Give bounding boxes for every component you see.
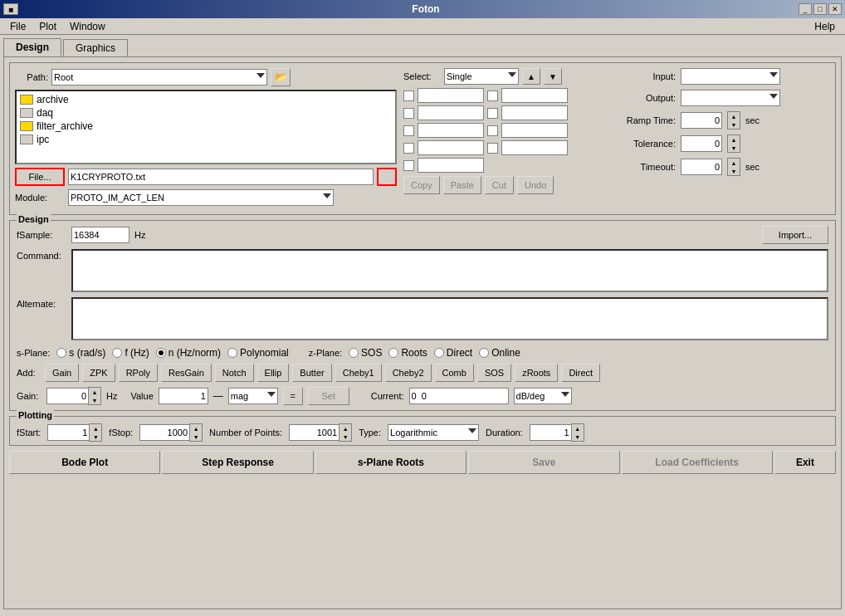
channel-input-3-1[interactable]	[418, 123, 484, 138]
filename-input[interactable]: K1CRYPROTO.txt	[68, 169, 374, 185]
module-select[interactable]: PROTO_IM_ACT_LEN	[68, 189, 334, 206]
channel-check-1-1[interactable]	[403, 90, 414, 101]
list-item[interactable]: filter_archive	[18, 120, 393, 133]
ramp-spinner[interactable]: ▲ ▼	[727, 111, 740, 130]
channel-check-2-2[interactable]	[487, 108, 498, 119]
add-zroots-button[interactable]: zRoots	[515, 364, 558, 382]
menu-window[interactable]: Window	[63, 19, 112, 34]
paste-button[interactable]: Paste	[443, 176, 481, 194]
fstart-spinner[interactable]: ▲ ▼	[89, 423, 102, 442]
file-button[interactable]: File...	[15, 168, 65, 186]
mag-select[interactable]: mag dB deg	[228, 388, 278, 404]
ramp-up-arrow[interactable]: ▲	[728, 112, 740, 120]
menu-help[interactable]: Help	[808, 19, 842, 34]
maximize-button[interactable]: □	[813, 3, 827, 15]
gain-spinner[interactable]: ▲ ▼	[88, 387, 101, 405]
add-cheby2-button[interactable]: Cheby2	[385, 364, 432, 382]
gain-down-arrow[interactable]: ▼	[89, 396, 100, 404]
channel-input-5-1[interactable]	[418, 158, 484, 173]
channel-check-3-1[interactable]	[403, 125, 414, 136]
fstop-input[interactable]: 1000	[139, 424, 189, 441]
add-notch-button[interactable]: Notch	[215, 364, 254, 382]
splane-roots-button[interactable]: s-Plane Roots	[315, 451, 466, 474]
ramp-input[interactable]: 0	[681, 112, 722, 129]
copy-button[interactable]: Copy	[403, 176, 440, 194]
channel-input-3-2[interactable]	[501, 123, 568, 138]
add-rpoly-button[interactable]: RPoly	[119, 364, 158, 382]
alternate-textarea[interactable]	[71, 297, 828, 340]
add-sos-button[interactable]: SOS	[477, 364, 511, 382]
path-folder-button[interactable]: 📂	[271, 68, 291, 86]
file-list[interactable]: archive daq filter_archive ipc	[15, 90, 397, 164]
minimize-button[interactable]: _	[799, 3, 812, 15]
channel-check-4-1[interactable]	[403, 143, 414, 154]
step-response-button[interactable]: Step Response	[162, 451, 313, 474]
add-comb-button[interactable]: Comb	[435, 364, 474, 382]
timeout-spinner[interactable]: ▲ ▼	[727, 158, 740, 176]
splane-poly-radio[interactable]: Polynomial	[227, 347, 289, 359]
splane-hz-radio[interactable]: f (Hz)	[112, 347, 149, 359]
ramp-down-arrow[interactable]: ▼	[728, 120, 740, 129]
timeout-input[interactable]: 0	[681, 159, 722, 175]
duration-up-arrow[interactable]: ▲	[572, 424, 584, 433]
npoints-spinner[interactable]: ▲ ▼	[339, 423, 352, 442]
input-select[interactable]	[681, 68, 780, 85]
list-item[interactable]: archive	[18, 93, 393, 106]
splane-rads-radio[interactable]: s (rad/s)	[56, 347, 105, 359]
duration-down-arrow[interactable]: ▼	[572, 433, 584, 441]
exit-button[interactable]: Exit	[774, 451, 836, 474]
fstop-down-arrow[interactable]: ▼	[190, 433, 202, 441]
fstop-up-arrow[interactable]: ▲	[190, 424, 202, 433]
path-select[interactable]: Root	[51, 69, 267, 86]
load-coeff-button[interactable]: Load Coefficients	[622, 451, 773, 474]
bode-plot-button[interactable]: Bode Plot	[9, 451, 160, 474]
npoints-down-arrow[interactable]: ▼	[339, 433, 351, 441]
undo-button[interactable]: Undo	[517, 176, 554, 194]
timeout-down-arrow[interactable]: ▼	[728, 167, 740, 175]
add-ellip-button[interactable]: Ellip	[257, 364, 290, 382]
zplane-roots-radio[interactable]: Roots	[388, 347, 427, 359]
fsample-input[interactable]: 16384	[71, 227, 129, 243]
tolerance-input[interactable]: 0	[681, 135, 722, 152]
select-up-button[interactable]: ▲	[522, 68, 540, 85]
fstart-input[interactable]: 1	[47, 424, 89, 441]
tolerance-up-arrow[interactable]: ▲	[728, 135, 740, 144]
channel-input-4-1[interactable]	[418, 140, 484, 155]
channel-check-3-2[interactable]	[487, 125, 498, 136]
fstart-down-arrow[interactable]: ▼	[90, 433, 101, 441]
gain-input[interactable]: 0	[46, 388, 88, 404]
splane-n-radio[interactable]: n (Hz/norm)	[156, 347, 221, 359]
type-select[interactable]: Logarithmic Linear	[388, 424, 479, 441]
command-textarea[interactable]	[71, 249, 828, 292]
current-input[interactable]: 0 0	[409, 388, 509, 404]
channel-check-5-1[interactable]	[403, 160, 414, 171]
zplane-sos-radio[interactable]: SOS	[349, 347, 382, 359]
duration-spinner[interactable]: ▲ ▼	[571, 423, 584, 442]
tab-graphics[interactable]: Graphics	[63, 39, 128, 56]
tolerance-spinner[interactable]: ▲ ▼	[727, 134, 740, 153]
add-cheby1-button[interactable]: Cheby1	[335, 364, 382, 382]
add-zpk-button[interactable]: ZPK	[82, 364, 115, 382]
add-gain-button[interactable]: Gain	[45, 364, 79, 382]
duration-input[interactable]: 1	[530, 424, 571, 441]
add-butter-button[interactable]: Butter	[292, 364, 331, 382]
list-item[interactable]: daq	[18, 106, 393, 120]
fstop-spinner[interactable]: ▲ ▼	[189, 423, 203, 442]
dbdeg-select[interactable]: dB/deg	[514, 388, 572, 404]
gain-up-arrow[interactable]: ▲	[89, 388, 100, 396]
select-down-button[interactable]: ▼	[544, 68, 562, 85]
cut-button[interactable]: Cut	[485, 176, 514, 194]
file-dropdown[interactable]	[377, 168, 397, 186]
import-button[interactable]: Import...	[762, 226, 828, 244]
channel-check-4-2[interactable]	[487, 143, 498, 154]
zplane-direct-radio[interactable]: Direct	[434, 347, 472, 359]
zplane-online-radio[interactable]: Online	[479, 347, 520, 359]
menu-file[interactable]: File	[3, 19, 32, 34]
timeout-up-arrow[interactable]: ▲	[728, 159, 740, 167]
channel-input-1-1[interactable]	[418, 88, 484, 103]
output-select[interactable]	[681, 90, 780, 106]
add-resgain-button[interactable]: ResGain	[161, 364, 212, 382]
list-item[interactable]: ipc	[18, 133, 393, 146]
value-input[interactable]: 1	[159, 388, 208, 404]
channel-check-2-1[interactable]	[403, 108, 414, 119]
